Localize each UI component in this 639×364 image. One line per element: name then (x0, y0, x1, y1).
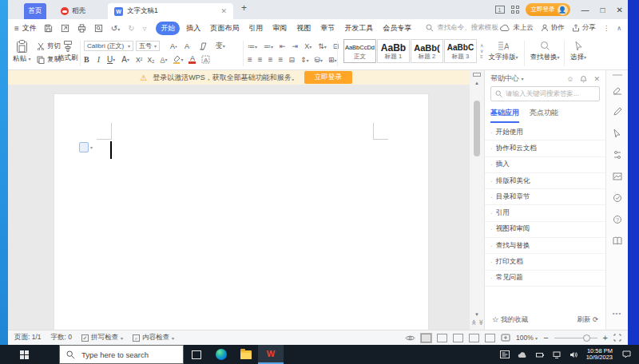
subscript-icon[interactable]: X₂ (147, 54, 154, 65)
text-layout-button[interactable]: A 文字排版▾ (487, 37, 519, 62)
refresh-button[interactable]: 刷新 ⟳ (577, 315, 599, 325)
cloud-status[interactable]: 未上云 (500, 23, 534, 33)
edge-button[interactable] (208, 345, 233, 364)
help-item[interactable]: ·查找与替换 (485, 238, 605, 254)
web-view-icon[interactable] (469, 334, 479, 342)
menu-tab-view[interactable]: 视图 (292, 22, 316, 35)
maximize-button[interactable]: □ (601, 6, 605, 14)
help-item[interactable]: ·视图和审阅 (485, 222, 605, 238)
side-tool-book-icon[interactable] (606, 230, 628, 251)
zoom-slider-knob[interactable] (583, 334, 590, 342)
next-page-icon[interactable]: ≫ (476, 319, 484, 325)
styles-down-icon[interactable]: ∨ (480, 49, 483, 53)
ruler-toggle-icon[interactable] (473, 73, 481, 77)
help-item[interactable]: ·打印文档 (485, 254, 605, 270)
menu-tab-review[interactable]: 审阅 (268, 22, 292, 35)
help-item[interactable]: ·排版和美化 (485, 173, 605, 189)
menu-tab-developer[interactable]: 开发工具 (339, 22, 378, 35)
menu-tab-member[interactable]: 会员专享 (378, 22, 416, 35)
favorites-button[interactable]: ☆ 我的收藏 (492, 315, 528, 325)
toolbar-more-icon[interactable]: ▽ (143, 26, 147, 31)
close-button[interactable]: ✕ (617, 6, 623, 14)
side-tool-image-icon[interactable] (606, 165, 628, 187)
single-window-icon[interactable]: 1 (495, 6, 505, 14)
italic-icon[interactable]: I (97, 54, 100, 65)
side-tool-stamp-icon[interactable] (606, 187, 628, 208)
char-border-icon[interactable]: A (201, 54, 210, 65)
eye-protect-icon[interactable] (405, 334, 415, 342)
styles-more-icon[interactable]: ≡ (480, 54, 483, 59)
find-replace-button[interactable]: 查找替换▾ (529, 37, 561, 62)
read-view-icon[interactable] (453, 334, 463, 342)
char-scale-icon[interactable]: X▾ (304, 42, 312, 50)
increase-indent-icon[interactable]: ⇥ (292, 42, 299, 50)
menu-tab-section[interactable]: 章节 (316, 22, 339, 35)
command-search[interactable]: 查找命令、搜索模板 (426, 23, 498, 33)
collapse-ribbon-icon[interactable]: ∧ (617, 25, 621, 32)
file-menu[interactable]: ≡文件 (14, 23, 37, 34)
more-menu-icon[interactable]: ⋮ (603, 24, 610, 32)
help-close-icon[interactable]: ✕ (593, 75, 600, 83)
select-button[interactable]: 选择▾ (567, 37, 589, 62)
ink-view-icon[interactable] (485, 334, 495, 342)
tab-home[interactable]: 首页 (24, 3, 46, 19)
style-heading1[interactable]: AaBb 标题 1 (377, 39, 410, 63)
font-name-select[interactable]: Calibri (正文)▾ (84, 41, 133, 51)
underline-icon[interactable]: U▾ (107, 54, 115, 65)
power-icon[interactable] (536, 351, 545, 358)
taskbar-clock[interactable]: 10:58 PM 10/9/2023 (586, 348, 613, 362)
start-button[interactable] (0, 345, 48, 364)
fit-zoom-icon[interactable] (501, 334, 510, 342)
superscript-icon[interactable]: X² (136, 54, 143, 65)
feedback-icon[interactable]: ☺ (566, 75, 574, 83)
decrease-indent-icon[interactable]: ⇤ (280, 42, 286, 50)
help-item[interactable]: ·引用 (485, 205, 605, 221)
export-icon[interactable] (61, 24, 69, 33)
undo-icon[interactable]: ↺▾ (111, 24, 120, 33)
help-item[interactable]: ·插入 (485, 157, 605, 173)
side-tool-signature-icon[interactable] (606, 79, 628, 101)
text-direction-icon[interactable]: ⇅▾ (318, 42, 327, 50)
apps-grid-icon[interactable] (511, 6, 519, 14)
task-view-button[interactable] (184, 345, 208, 364)
collaborate-button[interactable]: 协作 (541, 23, 565, 33)
save-icon[interactable] (44, 24, 53, 33)
bold-icon[interactable]: B (84, 54, 89, 65)
taskbar-search-input[interactable]: Type here to search (59, 345, 184, 364)
menu-tab-references[interactable]: 引用 (244, 22, 268, 35)
side-toolbar-more-icon[interactable]: ••• (606, 310, 628, 317)
print-icon[interactable] (77, 24, 86, 33)
align-center-icon[interactable]: ≡ (258, 55, 263, 64)
pinyin-icon[interactable]: 变▾ (216, 41, 225, 51)
paste-button[interactable]: 粘贴 ▾ (13, 37, 30, 64)
align-left-icon[interactable]: ≡ (248, 55, 252, 64)
bell-icon[interactable] (580, 75, 587, 83)
zoom-slider[interactable] (554, 338, 597, 338)
share-button[interactable]: 分享 (572, 23, 596, 33)
help-item[interactable]: ·常见问题 (485, 271, 605, 287)
content-check-toggle[interactable]: ⌕内容检查▾ (133, 333, 174, 342)
zoom-in-icon[interactable]: + (603, 333, 608, 342)
distribute-icon[interactable]: ⊟ (288, 56, 295, 64)
font-size-select[interactable]: 五号▾ (136, 41, 160, 51)
action-center-icon[interactable] (622, 350, 631, 358)
minimize-button[interactable]: — (581, 6, 589, 14)
clear-format-icon[interactable] (199, 41, 208, 51)
network-icon[interactable] (553, 351, 562, 358)
align-right-icon[interactable]: ≡ (268, 55, 273, 64)
tab-document[interactable]: W 文字文稿1 ✕ (108, 3, 233, 19)
help-tab-highlight[interactable]: 亮点功能 (530, 108, 558, 123)
scroll-up-icon[interactable]: ▲ (474, 81, 479, 85)
highlight-icon[interactable]: ▾ (173, 54, 183, 65)
page-view-icon[interactable] (421, 334, 431, 342)
format-painter-button[interactable]: 格式刷 (58, 37, 78, 63)
onedrive-icon[interactable] (518, 351, 528, 358)
document-page[interactable]: ▾ (54, 93, 429, 330)
new-tab-button[interactable]: + (241, 2, 247, 19)
close-tab-icon[interactable]: ✕ (220, 7, 227, 15)
side-tool-edit-icon[interactable] (606, 101, 628, 122)
border-icon[interactable]: ⊞▾ (328, 56, 337, 64)
help-item[interactable]: ·协作和云文档 (485, 140, 605, 156)
menu-tab-insert[interactable]: 插入 (181, 22, 205, 35)
side-tool-help-icon[interactable]: ? (606, 208, 628, 230)
